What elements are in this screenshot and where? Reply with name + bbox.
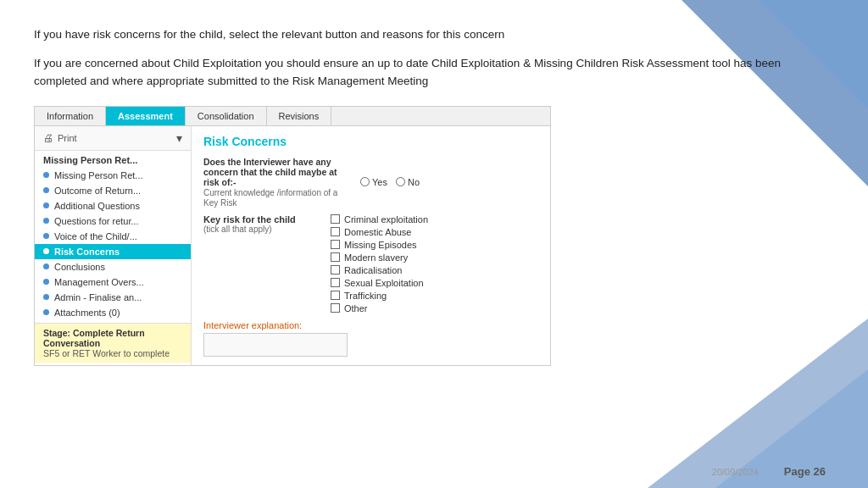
sidebar-item-9[interactable]: Attachments (0) — [35, 305, 191, 320]
intro-line1: If you have risk concerns for the child,… — [34, 25, 834, 44]
radio-no[interactable]: No — [396, 177, 420, 187]
bullet-icon — [43, 172, 49, 178]
checkbox-missing-episodes[interactable]: Missing Episodes — [331, 240, 538, 250]
radio-group: Yes No — [360, 157, 420, 208]
form-body: 🖨 Print ▾ Missing Person Ret... Missing … — [35, 126, 550, 365]
sidebar-item-2[interactable]: Additional Questions — [35, 198, 191, 214]
radio-circle-no — [396, 177, 405, 186]
sidebar-item-6[interactable]: Conclusions — [35, 259, 191, 274]
checkbox-icon — [331, 214, 340, 224]
bullet-icon — [43, 187, 49, 193]
checkbox-domestic-abuse[interactable]: Domestic Abuse — [331, 227, 538, 237]
intro-line2: If you are concerned about Child Exploit… — [34, 54, 834, 91]
sidebar-item-8[interactable]: Admin - Finalise an... — [35, 290, 191, 305]
checkboxes-col: Criminal exploitation Domestic Abuse Mis… — [331, 214, 538, 313]
intro-text: If you have risk concerns for the child,… — [34, 25, 834, 91]
sidebar-item-3[interactable]: Questions for retur... — [35, 214, 191, 229]
tab-consolidation[interactable]: Consolidation — [186, 107, 267, 125]
checkbox-icon — [331, 303, 340, 313]
tab-information[interactable]: Information — [35, 107, 106, 125]
bullet-icon — [43, 248, 49, 254]
checkbox-list: Criminal exploitation Domestic Abuse Mis… — [331, 214, 538, 313]
checkbox-icon — [331, 265, 340, 274]
checkbox-icon — [331, 278, 340, 287]
radio-circle-yes — [360, 177, 370, 186]
sidebar: 🖨 Print ▾ Missing Person Ret... Missing … — [35, 126, 192, 365]
key-risk-col: Key risk for the child (tick all that ap… — [203, 214, 314, 313]
bullet-icon — [43, 263, 49, 269]
footer-page: Page 26 — [784, 465, 826, 478]
interviewer-section: Interviewer explanation: — [203, 320, 538, 357]
form-container: Information Assessment Consolidation Rev… — [34, 106, 551, 366]
tab-revisions[interactable]: Revisions — [267, 107, 332, 125]
sidebar-item-risk-concerns[interactable]: Risk Concerns — [35, 244, 191, 259]
sidebar-item-7[interactable]: Management Overs... — [35, 274, 191, 290]
checkbox-criminal-exploitation[interactable]: Criminal exploitation — [331, 214, 538, 225]
form-main: Risk Concerns Does the Interviewer have … — [192, 126, 550, 365]
bullet-icon — [43, 279, 49, 285]
bullet-icon — [43, 233, 49, 239]
tabs-row: Information Assessment Consolidation Rev… — [35, 107, 550, 126]
print-icon: 🖨 — [43, 132, 53, 144]
interviewer-input[interactable] — [203, 333, 348, 357]
sidebar-item-4[interactable]: Voice of the Child/... — [35, 229, 191, 244]
checkbox-icon — [331, 291, 340, 300]
checkbox-icon — [331, 252, 340, 262]
sidebar-item-1[interactable]: Outcome of Return... — [35, 183, 191, 198]
bullet-icon — [43, 218, 49, 224]
sidebar-print-button[interactable]: 🖨 Print ▾ — [35, 126, 191, 151]
form-section-title: Risk Concerns — [203, 135, 538, 148]
checkbox-other[interactable]: Other — [331, 303, 538, 313]
checkbox-radicalisation[interactable]: Radicalisation — [331, 265, 538, 275]
sidebar-item-0[interactable]: Missing Person Ret... — [35, 168, 191, 183]
checkbox-modern-slavery[interactable]: Modern slavery — [331, 252, 538, 263]
footer: 20/09/2024 Page 26 — [712, 465, 826, 478]
question-text: Does the Interviewer have any concern th… — [203, 157, 360, 208]
checkbox-trafficking[interactable]: Trafficking — [331, 291, 538, 301]
sidebar-collapse-icon[interactable]: ▾ — [176, 131, 182, 145]
footer-date: 20/09/2024 — [712, 467, 759, 477]
checkbox-icon — [331, 227, 340, 236]
checkbox-sexual-exploitation[interactable]: Sexual Exploitation — [331, 278, 538, 288]
radio-yes[interactable]: Yes — [360, 177, 387, 187]
bullet-icon — [43, 309, 49, 315]
checkbox-icon — [331, 240, 340, 249]
bullet-icon — [43, 202, 49, 208]
question-block: Does the Interviewer have any concern th… — [203, 157, 538, 208]
tab-assessment[interactable]: Assessment — [106, 107, 186, 125]
sidebar-stage: Stage: Complete Return Conversation SF5 … — [35, 323, 191, 363]
sidebar-section-title: Missing Person Ret... — [35, 151, 191, 168]
main-content: If you have risk concerns for the child,… — [0, 0, 868, 383]
bullet-icon — [43, 294, 49, 300]
form-bottom-layout: Key risk for the child (tick all that ap… — [203, 214, 538, 313]
